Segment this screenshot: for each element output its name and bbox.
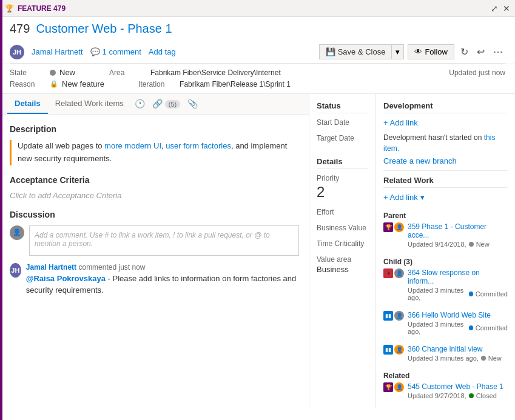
related1-feature-icon: 🏆 xyxy=(383,382,393,392)
tab-history-icon[interactable]: 🕐 xyxy=(131,94,149,114)
related-work-title: Related Work xyxy=(383,176,508,188)
work-item-title-row: 479 Customer Web - Phase 1 xyxy=(10,22,505,41)
tab-related-work-items[interactable]: Related Work items xyxy=(48,94,131,114)
parent-link-text[interactable]: 359 Phase 1 - Customer acce... xyxy=(408,222,508,239)
child3-icons: ▮▮ 👤 xyxy=(383,345,404,355)
details-title: Details xyxy=(317,157,368,169)
current-user-icon: 👤 xyxy=(13,228,21,236)
dev-no-start-text: Development hasn't started on this item. xyxy=(383,132,508,154)
child1-status-dot xyxy=(469,292,473,296)
iteration-label: Iteration xyxy=(138,80,175,88)
description-content: Update all web pages to more modern UI, … xyxy=(10,140,299,165)
time-criticality-label: Time Criticality xyxy=(317,239,368,248)
dev-related-column: Development + Add link Development hasn'… xyxy=(376,94,515,408)
parent-item: 🏆 👤 359 Phase 1 - Customer acce... Updat… xyxy=(383,222,508,253)
updated-text: Updated just now xyxy=(449,68,505,77)
priority-value[interactable]: 2 xyxy=(317,184,368,201)
save-close-button[interactable]: 💾 Save & Close xyxy=(319,44,392,59)
toolbar: JH Jamal Hartnett 💬 1 comment Add tag 💾 … xyxy=(10,41,505,64)
mention[interactable]: @Raisa Pokrovskaya xyxy=(26,274,106,283)
tab-details[interactable]: Details xyxy=(7,94,48,114)
iteration-value[interactable]: Fabrikam Fiber\Release 1\Sprint 1 xyxy=(180,80,291,88)
comment-input-field[interactable]: Add a comment. Use # to link a work item… xyxy=(29,225,299,256)
tab-links[interactable]: 🔗(5) xyxy=(149,94,184,114)
state-label: State xyxy=(10,68,46,77)
value-area-value[interactable]: Business xyxy=(317,265,368,274)
divider-1 xyxy=(383,170,508,171)
child1-icons: 🐞 👤 xyxy=(383,268,404,278)
child3-status-dot xyxy=(481,356,486,361)
left-tabs: Details Related Work items 🕐 🔗(5) 📎 xyxy=(0,94,309,115)
reason-value[interactable]: New feature xyxy=(62,79,104,88)
child3-link-text[interactable]: 360 Change initial view xyxy=(408,345,508,353)
tab-attachment-icon[interactable]: 📎 xyxy=(184,94,201,114)
related-add-link-label: + Add link xyxy=(383,193,418,202)
iteration-field: Iteration Fabrikam Fiber\Release 1\Sprin… xyxy=(138,80,291,88)
time-criticality-field: Time Criticality xyxy=(317,239,368,248)
comment-author-row: JH Jamal Hartnett commented just now @Ra… xyxy=(10,263,299,296)
trophy-icon: 🏆 xyxy=(5,4,14,13)
acceptance-content: Click to add Acceptance Criteria xyxy=(10,191,299,200)
child3-info: 360 Change initial view Updated 3 minute… xyxy=(408,345,508,362)
target-date-label: Target Date xyxy=(317,134,368,142)
maximize-button[interactable]: ⤢ xyxy=(491,4,498,13)
more-options-button[interactable]: ⋯ xyxy=(491,45,505,59)
add-tag-button[interactable]: Add tag xyxy=(149,47,176,56)
save-close-label: Save & Close xyxy=(338,47,386,56)
comment-time: commented just now xyxy=(78,263,145,272)
related1-person-icon: 👤 xyxy=(394,382,404,392)
discussion-title: Discussion xyxy=(10,210,299,219)
highlight-ui: more modern UI xyxy=(104,141,161,150)
commenter-avatar: JH xyxy=(10,263,21,278)
related-add-link-button[interactable]: + Add link ▾ xyxy=(383,193,425,202)
area-value[interactable]: Fabrikam Fiber\Service Delivery\Internet xyxy=(150,68,281,77)
related1-status: Closed xyxy=(476,392,497,399)
child-item-1: 🐞 👤 364 Slow response on inform... Updat… xyxy=(383,268,508,306)
work-item-name[interactable]: Customer Web - Phase 1 xyxy=(36,22,172,36)
fields-row-2: Reason 🔒 New feature Iteration Fabrikam … xyxy=(0,78,515,94)
work-item-id: 479 xyxy=(10,22,30,36)
state-value[interactable]: New xyxy=(59,68,75,77)
parent-person-icon: 👤 xyxy=(394,222,404,232)
comment-body: Jamal Hartnett commented just now @Raisa… xyxy=(26,263,299,296)
start-date-label: Start Date xyxy=(317,118,368,127)
save-icon: 💾 xyxy=(326,47,335,56)
dev-add-link-button[interactable]: + Add link xyxy=(383,118,508,127)
follow-button[interactable]: 👁 Follow xyxy=(408,44,454,59)
reason-label: Reason xyxy=(10,80,46,88)
save-close-dropdown[interactable]: ▾ xyxy=(392,44,404,59)
child2-link-text[interactable]: 366 Hello World Web Site xyxy=(408,311,508,319)
parent-status-dot xyxy=(469,242,474,247)
assignee-name[interactable]: Jamal Hartnett xyxy=(32,47,83,56)
header: 479 Customer Web - Phase 1 JH Jamal Hart… xyxy=(0,17,515,64)
title-bar-text: FEATURE 479 xyxy=(18,4,66,13)
effort-label: Effort xyxy=(317,208,368,216)
lock-icon: 🔒 xyxy=(50,80,58,88)
related1-icons: 🏆 👤 xyxy=(383,382,404,392)
child1-person-icon: 👤 xyxy=(394,268,404,278)
right-inner: Status Start Date Target Date Details Pr… xyxy=(309,94,515,408)
effort-field: Effort xyxy=(317,208,368,216)
acceptance-placeholder[interactable]: Click to add Acceptance Criteria xyxy=(10,186,122,205)
child3-person-icon: 👤 xyxy=(394,345,404,355)
child2-meta-text: Updated 3 minutes ago, xyxy=(408,321,466,335)
close-button[interactable]: ✕ xyxy=(503,4,510,13)
area-label: Area xyxy=(109,68,146,77)
related1-meta: Updated 9/27/2018, Closed xyxy=(408,392,508,399)
priority-field: Priority 2 xyxy=(317,174,368,201)
child2-story-icon: ▮▮ xyxy=(383,311,393,321)
save-close-group: 💾 Save & Close ▾ xyxy=(319,44,405,59)
parent-feature-icon: 🏆 xyxy=(383,222,393,232)
child1-link-text[interactable]: 364 Slow response on inform... xyxy=(408,268,508,285)
undo-button[interactable]: ↩ xyxy=(474,45,487,59)
create-branch-link[interactable]: Create a new branch xyxy=(383,156,457,165)
comment-button[interactable]: 💬 1 comment xyxy=(90,47,141,56)
related1-link-text[interactable]: 545 Customer Web - Phase 1 xyxy=(408,382,508,391)
details-status-section: Details Priority 2 Effort Business Value xyxy=(317,157,368,274)
related-add-link-row: + Add link ▾ xyxy=(383,193,508,207)
child-item-3: ▮▮ 👤 360 Change initial view Updated 3 m… xyxy=(383,345,508,367)
dropdown-icon: ▾ xyxy=(420,193,425,202)
refresh-button[interactable]: ↻ xyxy=(458,45,471,59)
child3-meta: Updated 3 minutes ago, New xyxy=(408,355,508,362)
links-count: (5) xyxy=(165,100,180,108)
